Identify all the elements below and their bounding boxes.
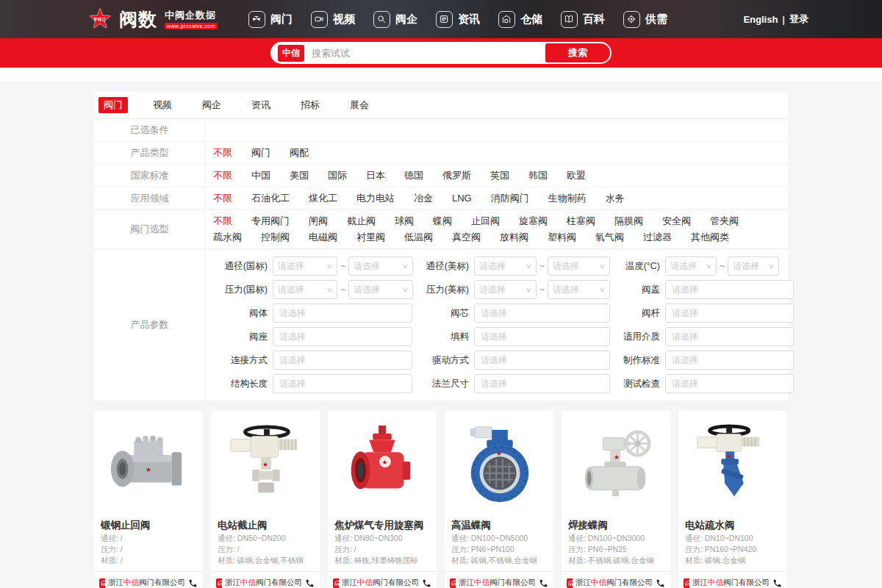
search-input[interactable] bbox=[312, 48, 538, 59]
dn-us-min-select[interactable]: 请选择∨ bbox=[474, 257, 537, 276]
valve-core-input[interactable] bbox=[474, 304, 610, 323]
filter-option[interactable]: 专用阀门 bbox=[251, 213, 290, 229]
phone-icon[interactable] bbox=[539, 578, 548, 588]
company-name[interactable]: 浙江中信阀门有限公司 bbox=[342, 578, 419, 588]
phone-icon[interactable] bbox=[422, 578, 431, 588]
filter-option[interactable]: 低温阀 bbox=[404, 229, 433, 245]
filter-option[interactable]: 不限 bbox=[213, 213, 232, 229]
filter-option[interactable]: 塑料阀 bbox=[548, 229, 576, 245]
dn-gb-min-select[interactable]: 请选择∨ bbox=[273, 257, 337, 276]
filter-option[interactable]: 隔膜阀 bbox=[614, 213, 643, 229]
phone-icon[interactable] bbox=[656, 578, 665, 588]
filter-option[interactable]: LNG bbox=[452, 190, 472, 207]
tab[interactable]: 展会 bbox=[345, 97, 374, 113]
product-card[interactable]: ★ 高温蝶阀 通径: DN100~DN5000 压力: PN6~PN100 材质… bbox=[445, 411, 553, 588]
filter-option[interactable]: 电磁阀 bbox=[309, 229, 337, 245]
temp-max-select[interactable]: 请选择∨ bbox=[728, 257, 779, 276]
filter-option[interactable]: 不限 bbox=[213, 168, 232, 184]
connection-input[interactable] bbox=[273, 351, 412, 370]
filter-option[interactable]: 蝶阀 bbox=[433, 213, 452, 229]
company-name[interactable]: 浙江中信阀门有限公司 bbox=[692, 578, 770, 588]
nav-item-supply[interactable]: 供需 bbox=[623, 11, 667, 28]
pn-us-max-select[interactable]: 请选择∨ bbox=[548, 280, 610, 299]
filter-option[interactable]: 管夹阀 bbox=[710, 213, 739, 229]
pn-us-min-select[interactable]: 请选择∨ bbox=[474, 280, 537, 299]
tab[interactable]: 招标 bbox=[295, 97, 325, 113]
filter-option[interactable]: 其他阀类 bbox=[691, 229, 729, 245]
tab[interactable]: 视频 bbox=[148, 97, 177, 113]
tab[interactable]: 阀门 bbox=[98, 97, 128, 113]
flange-input[interactable] bbox=[474, 374, 610, 393]
filter-option[interactable]: 德国 bbox=[404, 168, 423, 184]
filter-option[interactable]: 衬里阀 bbox=[356, 229, 385, 245]
filter-option[interactable]: 电力电站 bbox=[356, 190, 395, 207]
filter-option[interactable]: 球阀 bbox=[395, 213, 414, 229]
filter-option[interactable]: 不限 bbox=[213, 190, 232, 207]
site-logo[interactable]: ★PRC 阀数 中阀企数据 www.prcvalve.com bbox=[87, 6, 218, 32]
filter-option[interactable]: 止回阀 bbox=[471, 213, 500, 229]
nav-item-warehouse[interactable]: 仓储 bbox=[498, 11, 542, 28]
filter-option[interactable]: 旋塞阀 bbox=[519, 213, 548, 229]
nav-item-video[interactable]: 视频 bbox=[311, 11, 355, 28]
length-input[interactable] bbox=[273, 374, 412, 393]
filter-option[interactable]: 疏水阀 bbox=[213, 229, 242, 245]
valve-stem-input[interactable] bbox=[665, 304, 794, 323]
filter-option[interactable]: 截止阀 bbox=[347, 213, 376, 229]
company-name[interactable]: 浙江中信阀门有限公司 bbox=[225, 578, 302, 588]
filter-option[interactable]: 放料阀 bbox=[500, 229, 528, 245]
login-link[interactable]: 登录 bbox=[789, 12, 808, 26]
filter-option[interactable]: 真空阀 bbox=[452, 229, 481, 245]
standard-input[interactable] bbox=[665, 351, 794, 370]
filter-option[interactable]: 冶金 bbox=[414, 190, 433, 207]
dn-gb-max-select[interactable]: 请选择∨ bbox=[348, 257, 413, 276]
filter-option[interactable]: 消防阀门 bbox=[491, 190, 529, 207]
filter-option[interactable]: 阀配 bbox=[290, 145, 309, 161]
search-button[interactable]: 搜索 bbox=[545, 43, 610, 62]
filter-option[interactable]: 日本 bbox=[366, 168, 385, 184]
filter-option[interactable]: 国际 bbox=[328, 168, 347, 184]
bonnet-input[interactable] bbox=[665, 280, 794, 299]
filter-option[interactable]: 石油化工 bbox=[251, 190, 290, 207]
filter-option[interactable]: 韩国 bbox=[528, 168, 548, 184]
filter-option[interactable]: 中国 bbox=[251, 168, 270, 184]
filter-option[interactable]: 煤化工 bbox=[309, 190, 337, 207]
tab[interactable]: 阀企 bbox=[197, 97, 226, 113]
pn-gb-min-select[interactable]: 请选择∨ bbox=[273, 280, 337, 299]
product-card[interactable]: ★ 锻钢止回阀 通径: / 压力: / 材质: / 浙江中信阀门有限公司 bbox=[94, 411, 203, 588]
pn-gb-max-select[interactable]: 请选择∨ bbox=[348, 280, 413, 299]
test-input[interactable] bbox=[665, 374, 794, 393]
filter-option[interactable]: 控制阀 bbox=[261, 229, 290, 245]
filter-option[interactable]: 过滤器 bbox=[643, 229, 672, 245]
nav-item-wiki[interactable]: 百科 bbox=[561, 11, 605, 28]
product-card[interactable]: ★ 焦炉煤气专用旋塞阀 通径: DN80~DN300 压力: / 材质: 铸铁,… bbox=[328, 411, 437, 588]
product-card[interactable]: ★ 电站截止阀 通径: DN50~DN200 压力: / 材质: 碳钢,合金钢,… bbox=[211, 411, 320, 588]
company-name[interactable]: 浙江中信阀门有限公司 bbox=[576, 578, 653, 588]
filter-option[interactable]: 水务 bbox=[606, 190, 625, 207]
packing-input[interactable] bbox=[474, 327, 610, 346]
valve-body-input[interactable] bbox=[273, 304, 412, 323]
filter-option[interactable]: 生物制药 bbox=[548, 190, 587, 207]
phone-icon[interactable] bbox=[772, 578, 782, 588]
drive-input[interactable] bbox=[474, 351, 610, 370]
filter-option[interactable]: 氧气阀 bbox=[595, 229, 624, 245]
search-filter-tag[interactable]: 中信 bbox=[278, 45, 304, 62]
filter-option[interactable]: 英国 bbox=[490, 168, 509, 184]
valve-seat-input[interactable] bbox=[273, 327, 412, 346]
filter-option[interactable]: 柱塞阀 bbox=[567, 213, 595, 229]
product-card[interactable]: ★ 焊接蝶阀 通径: DN100~DN3000 压力: PN6~PN25 材质:… bbox=[562, 411, 670, 588]
medium-input[interactable] bbox=[665, 327, 794, 346]
nav-item-news[interactable]: 资讯 bbox=[436, 11, 480, 28]
filter-option[interactable]: 俄罗斯 bbox=[442, 168, 471, 184]
filter-option[interactable]: 阀门 bbox=[251, 145, 270, 161]
filter-option[interactable]: 欧盟 bbox=[567, 168, 586, 184]
company-name[interactable]: 浙江中信阀门有限公司 bbox=[459, 578, 536, 588]
tab[interactable]: 资讯 bbox=[246, 97, 276, 113]
filter-option[interactable]: 闸阀 bbox=[309, 213, 328, 229]
phone-icon[interactable] bbox=[188, 578, 198, 588]
company-name[interactable]: 浙江中信阀门有限公司 bbox=[108, 578, 185, 588]
dn-us-max-select[interactable]: 请选择∨ bbox=[548, 257, 610, 276]
language-switch[interactable]: English bbox=[743, 14, 778, 25]
filter-option[interactable]: 安全阀 bbox=[662, 213, 691, 229]
nav-item-valve[interactable]: 阀门 bbox=[248, 11, 293, 28]
filter-option[interactable]: 不限 bbox=[213, 145, 232, 161]
